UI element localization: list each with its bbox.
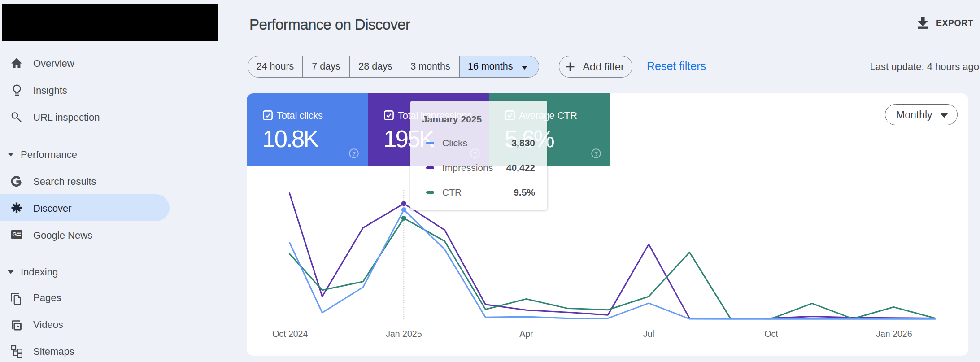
svg-text:Jul: Jul [643,329,654,339]
svg-text:Oct 2024: Oct 2024 [272,329,308,339]
svg-text:Apr: Apr [519,329,533,339]
svg-text:Jan 2026: Jan 2026 [876,329,912,339]
svg-text:G: G [13,231,17,238]
svg-text:Oct: Oct [764,329,778,339]
svg-text:Jan 2025: Jan 2025 [386,329,422,339]
